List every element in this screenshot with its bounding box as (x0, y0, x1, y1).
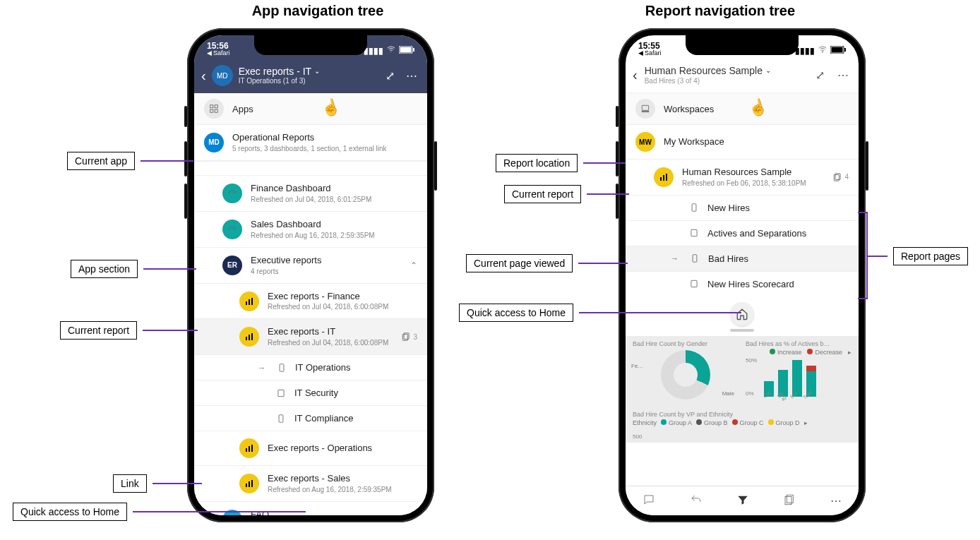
phone-page-icon (276, 414, 286, 424)
svg-rect-28 (844, 48, 846, 52)
svg-rect-11 (246, 337, 247, 340)
callout-current-page: Current page viewed (466, 254, 628, 272)
callout-report-location: Report location (496, 154, 626, 172)
back-icon[interactable]: ‹ (633, 67, 638, 83)
callout-home-right: Quick access to Home (459, 304, 741, 322)
exec-operations-row[interactable]: Exec reports - Operations (194, 431, 427, 466)
callout-current-report: Current report (60, 321, 198, 340)
svg-rect-23 (249, 481, 250, 487)
truncated-row: . (194, 161, 427, 176)
svg-rect-10 (251, 298, 253, 305)
chart-actives[interactable]: Bad Hires as % of Actives b… Increase De… (746, 340, 851, 407)
callout-current-app: Current app (67, 152, 193, 170)
comment-icon[interactable] (643, 493, 655, 509)
workspaces-row[interactable]: Workspaces (626, 93, 859, 125)
wifi-icon (386, 44, 396, 56)
report-header: ‹ Human Resources Sample⌄ Bad Hires (3 o… (626, 58, 859, 93)
header-title-dropdown[interactable]: Human Resources Sample⌄ Bad Hires (3 of … (645, 65, 806, 85)
chart-vp-ethnicity[interactable]: Bad Hire Count by VP and Ethnicity Ethni… (633, 411, 851, 440)
filter-icon[interactable] (736, 493, 749, 509)
page-actives-separations[interactable]: Actives and Separations (626, 221, 859, 246)
operational-reports-row[interactable]: MD Operational Reports 5 reports, 3 dash… (194, 125, 427, 161)
svg-rect-4 (210, 105, 213, 108)
svg-rect-31 (660, 177, 662, 181)
dashboard-icon (222, 184, 242, 203)
chevron-right-icon: ▸ (848, 349, 851, 356)
svg-rect-22 (246, 484, 247, 487)
apps-icon (204, 99, 224, 119)
callout-home-left: Quick access to Home (13, 503, 306, 521)
wifi-icon (818, 44, 827, 56)
left-title: App navigation tree (212, 3, 424, 19)
svg-rect-21 (251, 445, 253, 452)
more-icon[interactable]: ⋯ (830, 494, 842, 508)
current-page-arrow-icon: → (671, 254, 679, 263)
bracket (858, 212, 868, 299)
header-title-dropdown[interactable]: Exec reports - IT⌄ IT Operations (1 of 3… (239, 66, 377, 86)
status-back-app[interactable]: ◀ Safari (638, 50, 662, 56)
back-icon[interactable]: ‹ (201, 68, 206, 84)
copy-icon[interactable] (783, 493, 796, 509)
dashboard-icon (222, 220, 242, 239)
sales-dashboard-row[interactable]: Sales Dashboard Refreshed on Aug 16, 201… (194, 212, 427, 248)
svg-rect-12 (249, 335, 250, 340)
report-icon (239, 292, 259, 311)
svg-rect-7 (215, 109, 217, 112)
chart-gender[interactable]: Bad Hire Count by Gender Fe… Male (633, 340, 739, 407)
notch (254, 35, 367, 55)
undo-icon[interactable] (690, 493, 703, 509)
chevron-down-icon: ⌄ (765, 66, 771, 75)
exec-finance-row[interactable]: Exec reports - Finance Refreshed on Jul … (194, 284, 427, 320)
page-it-operations[interactable]: → IT Operations (194, 355, 427, 380)
page-it-security[interactable]: IT Security (194, 380, 427, 406)
svg-rect-40 (787, 495, 794, 503)
status-icons: ▮▮▮▮ (364, 44, 414, 56)
report-icon (239, 327, 259, 347)
my-workspace-row[interactable]: MW My Workspace (626, 125, 859, 160)
svg-rect-30 (642, 112, 648, 112)
svg-point-25 (822, 52, 823, 52)
expand-icon[interactable]: ⤢ (813, 66, 827, 85)
app-badge: MD (204, 133, 224, 152)
svg-rect-13 (251, 333, 253, 340)
workspaces-icon (635, 99, 655, 119)
svg-point-0 (390, 52, 391, 52)
svg-rect-41 (785, 496, 791, 504)
svg-rect-36 (692, 204, 696, 212)
exec-it-row[interactable]: Exec reports - IT Refreshed on Jul 04, 2… (194, 319, 427, 355)
page-new-hires-scorecard[interactable]: New Hires Scorecard (626, 272, 859, 296)
callout-report-pages: Report pages (868, 247, 968, 265)
exec-sales-row[interactable]: Exec reports - Sales Refreshed on Aug 16… (194, 466, 427, 502)
report-icon (239, 474, 259, 493)
apps-row[interactable]: Apps (194, 93, 427, 125)
chevron-down-icon: ⌄ (314, 67, 320, 76)
more-icon[interactable]: ⋯ (835, 66, 851, 85)
svg-rect-33 (666, 174, 667, 181)
app-avatar[interactable]: MD (212, 65, 233, 86)
page-icon (689, 228, 699, 238)
notch (686, 35, 799, 55)
callout-link: Link (113, 474, 202, 493)
svg-rect-5 (215, 105, 217, 108)
page-bad-hires[interactable]: → Bad Hires (626, 246, 859, 272)
chevron-right-icon: ▸ (804, 419, 808, 426)
right-phone: 15:55 ◀ Safari ➤ ▮▮▮▮ ‹ Human Resources … (619, 28, 866, 522)
page-icon (689, 279, 699, 289)
page-it-compliance[interactable]: IT Compliance (194, 406, 427, 431)
status-back-app[interactable]: ◀ Safari (207, 50, 230, 56)
expand-icon[interactable]: ⤢ (383, 66, 398, 85)
more-icon[interactable]: ⋯ (403, 66, 420, 85)
finance-dashboard-row[interactable]: Finance Dashboard Refreshed on Jul 04, 2… (194, 176, 427, 212)
svg-rect-24 (251, 480, 253, 487)
svg-rect-27 (832, 47, 843, 52)
hr-sample-report-row[interactable]: Human Resources Sample Refreshed on Feb … (626, 160, 859, 196)
phone-page-icon (277, 363, 287, 373)
svg-rect-39 (691, 281, 697, 287)
section-badge: ER (222, 256, 242, 275)
drag-handle[interactable] (730, 329, 754, 332)
executive-reports-section[interactable]: ER Executive reports 4 reports ⌃ (194, 248, 427, 284)
page-count: 3 (401, 332, 417, 342)
svg-rect-19 (246, 448, 247, 452)
page-new-hires[interactable]: New Hires (626, 196, 859, 221)
battery-icon (830, 46, 846, 56)
